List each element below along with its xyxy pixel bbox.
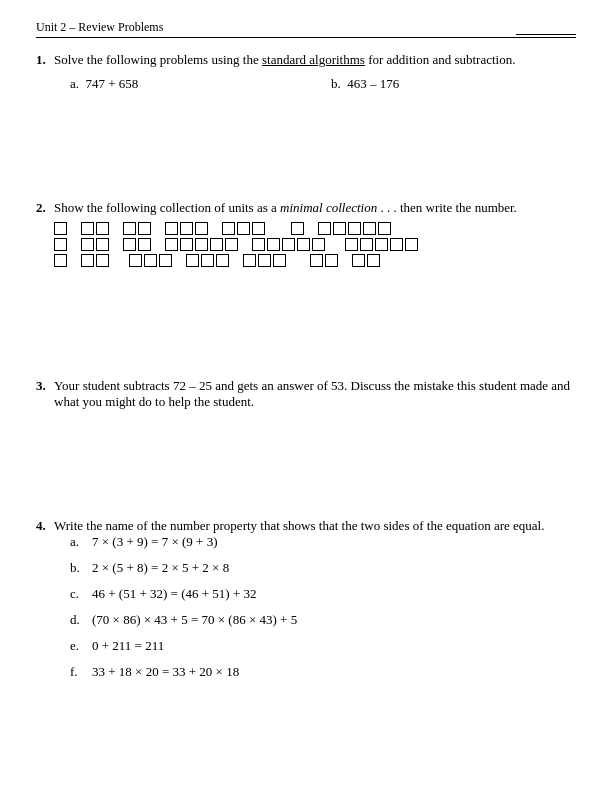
problem-2-italic: minimal collection [280, 200, 377, 215]
problem-2-suffix: . . . then write the number. [377, 200, 517, 215]
problem-2: 2. Show the following collection of unit… [36, 200, 576, 360]
page-header: Unit 2 – Review Problems [36, 20, 576, 38]
box [225, 238, 238, 251]
problem-1a-label: a. [70, 76, 86, 91]
eq-c-text: 46 + (51 + 32) = (46 + 51) + 32 [92, 586, 256, 602]
box [81, 238, 94, 251]
problem-4-number: 4. [36, 518, 54, 534]
equation-f: f. 33 + 18 × 20 = 33 + 20 × 18 [70, 664, 576, 680]
box [252, 222, 265, 235]
problem-2-answer-space [36, 350, 576, 360]
box [405, 238, 418, 251]
eq-f-label: f. [70, 664, 92, 680]
box [96, 238, 109, 251]
box [312, 238, 325, 251]
box [195, 222, 208, 235]
box [237, 222, 250, 235]
box [81, 222, 94, 235]
box [186, 254, 199, 267]
problem-1-content: Solve the following problems using the s… [54, 52, 576, 92]
problem-1-answer-space [36, 172, 576, 182]
box [81, 254, 94, 267]
equation-e: e. 0 + 211 = 211 [70, 638, 576, 654]
eq-c-label: c. [70, 586, 92, 602]
box [54, 238, 67, 251]
box [243, 254, 256, 267]
header-underline [516, 34, 576, 35]
eq-e-label: e. [70, 638, 92, 654]
box [318, 222, 331, 235]
box [282, 238, 295, 251]
problem-2-prefix: Show the following collection of units a… [54, 200, 280, 215]
problem-1a-text: 747 + 658 [86, 76, 139, 91]
box [367, 254, 380, 267]
box [201, 254, 214, 267]
problem-2-number: 2. [36, 200, 54, 216]
eq-b-label: b. [70, 560, 92, 576]
problem-1-instruction-prefix: Solve the following problems using the [54, 52, 262, 67]
box [216, 254, 229, 267]
problem-3-answer-space [36, 490, 576, 500]
box [363, 222, 376, 235]
equation-list: a. 7 × (3 + 9) = 7 × (9 + 3) b. 2 × (5 +… [70, 534, 576, 680]
eq-f-text: 33 + 18 × 20 = 33 + 20 × 18 [92, 664, 239, 680]
box [96, 254, 109, 267]
box [165, 238, 178, 251]
problem-3: 3. Your student subtracts 72 – 25 and ge… [36, 378, 576, 500]
problem-1-instruction-suffix: for addition and subtraction. [365, 52, 516, 67]
box-row-3 [54, 254, 576, 267]
box [210, 238, 223, 251]
box [54, 254, 67, 267]
box [297, 238, 310, 251]
problem-4-instruction: Write the name of the number property th… [54, 518, 544, 533]
equation-a: a. 7 × (3 + 9) = 7 × (9 + 3) [70, 534, 576, 550]
box [180, 222, 193, 235]
equation-b: b. 2 × (5 + 8) = 2 × 5 + 2 × 8 [70, 560, 576, 576]
eq-d-label: d. [70, 612, 92, 628]
box [129, 254, 142, 267]
eq-a-label: a. [70, 534, 92, 550]
problem-4: 4. Write the name of the number property… [36, 518, 576, 690]
box [378, 222, 391, 235]
box [291, 222, 304, 235]
box [54, 222, 67, 235]
problem-1: 1. Solve the following problems using th… [36, 52, 576, 182]
box [258, 254, 271, 267]
problem-3-text: Your student subtracts 72 – 25 and gets … [54, 378, 570, 409]
problem-1b: b. 463 – 176 [331, 76, 592, 92]
eq-b-text: 2 × (5 + 8) = 2 × 5 + 2 × 8 [92, 560, 229, 576]
box [159, 254, 172, 267]
eq-a-text: 7 × (3 + 9) = 7 × (9 + 3) [92, 534, 217, 550]
box [252, 238, 265, 251]
box [123, 238, 136, 251]
problem-4-content: Write the name of the number property th… [54, 518, 576, 690]
box [123, 222, 136, 235]
problem-1b-label: b. [331, 76, 347, 91]
problem-3-content: Your student subtracts 72 – 25 and gets … [54, 378, 576, 410]
box [96, 222, 109, 235]
problem-1b-text: 463 – 176 [347, 76, 399, 91]
box [345, 238, 358, 251]
box [138, 238, 151, 251]
box [325, 254, 338, 267]
box [144, 254, 157, 267]
box [310, 254, 323, 267]
box [333, 222, 346, 235]
eq-e-text: 0 + 211 = 211 [92, 638, 164, 654]
box [138, 222, 151, 235]
problem-2-content: Show the following collection of units a… [54, 200, 576, 270]
box [352, 254, 365, 267]
box [375, 238, 388, 251]
problem-1a: a. 747 + 658 [70, 76, 331, 92]
box [222, 222, 235, 235]
eq-d-text: (70 × 86) × 43 + 5 = 70 × (86 × 43) + 5 [92, 612, 297, 628]
equation-d: d. (70 × 86) × 43 + 5 = 70 × (86 × 43) +… [70, 612, 576, 628]
box [390, 238, 403, 251]
equation-c: c. 46 + (51 + 32) = (46 + 51) + 32 [70, 586, 576, 602]
box [195, 238, 208, 251]
box [360, 238, 373, 251]
problem-1-number: 1. [36, 52, 54, 68]
problem-3-number: 3. [36, 378, 54, 394]
problem-1-underlined: standard algorithms [262, 52, 365, 67]
box-row-1 [54, 222, 576, 235]
